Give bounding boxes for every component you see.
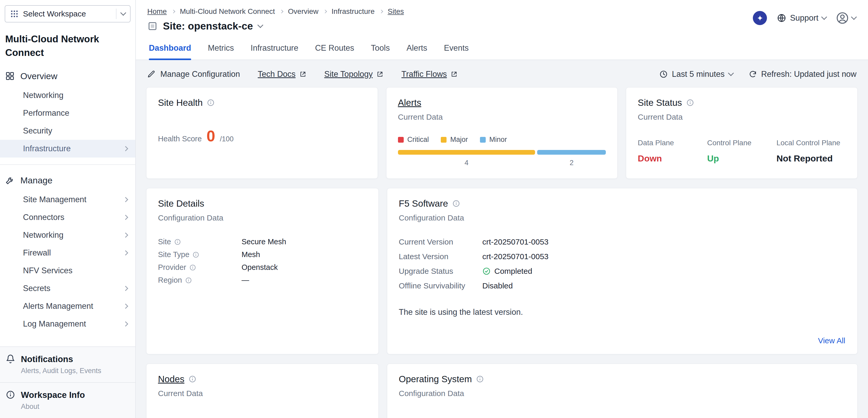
workspace-selector[interactable]: Select Workspace [5,5,130,23]
operating-system-card: Operating System Configuration Data [387,364,858,418]
traffic-flows-link[interactable]: Traffic Flows [401,69,458,79]
status-data-plane: Data Plane Down [638,139,707,163]
chevron-down-icon [821,14,827,20]
detail-row-region: Region — [158,276,367,285]
info-icon[interactable] [207,99,215,107]
legend-critical: Critical [398,136,429,144]
info-icon[interactable] [189,264,196,271]
time-range-select[interactable]: Last 5 minutes [659,69,733,79]
chevron-down-icon [728,70,734,76]
assistant-button[interactable]: ✦ [753,11,767,25]
notifications-label: Notifications [21,354,101,364]
alerts-legend: Critical Major Minor [398,136,606,144]
tab-alerts[interactable]: Alerts [407,43,427,60]
status-control-plane: Control Plane Up [707,139,777,163]
chevron-down-icon [116,9,125,19]
sidebar-item-log-management[interactable]: Log Management [0,315,135,333]
nodes-card: Nodes Current Data [146,364,379,418]
sidebar-item-networking-manage[interactable]: Networking [0,226,135,244]
sidebar-workspace-info[interactable]: Workspace Info About [0,382,135,418]
info-icon[interactable] [185,277,192,284]
breadcrumb-mcn[interactable]: Multi-Cloud Network Connect [180,7,275,16]
site-topology-link[interactable]: Site Topology [324,69,384,79]
health-score-value: 0 [207,128,215,144]
breadcrumb-separator-icon [172,10,175,13]
cards-row-1: Site Health Health Score 0 /100 Alerts C… [146,87,858,179]
workspace-info-description: About [21,402,85,411]
alerts-bar-major[interactable] [398,150,535,155]
chevron-right-icon [123,215,128,220]
clock-icon [659,70,668,78]
f5-row-latest-version: Latest Version crt-20250701-0053 [399,252,846,261]
sidebar-title: Multi-Cloud Network Connect [0,25,135,62]
tech-docs-link[interactable]: Tech Docs [258,69,307,79]
view-all-link[interactable]: View All [818,336,845,345]
f5-software-note: The site is using the latest version. [399,307,846,317]
tab-events[interactable]: Events [444,43,469,60]
status-value-not-reported: Not Reported [776,153,846,163]
sidebar-item-infrastructure[interactable]: Infrastructure [0,140,135,157]
info-icon[interactable] [686,99,694,107]
sidebar-item-secrets[interactable]: Secrets [0,279,135,297]
sidebar-item-nfv-services[interactable]: NFV Services [0,262,135,279]
site-status-card: Site Status Current Data Data Plane Down… [626,87,858,179]
sidebar-item-performance[interactable]: Performance [0,104,135,122]
tab-infrastructure[interactable]: Infrastructure [251,43,299,60]
sidebar-item-site-management[interactable]: Site Management [0,191,135,208]
tab-tools[interactable]: Tools [371,43,390,60]
status-value-up: Up [707,153,777,163]
alerts-bar-minor[interactable] [537,150,606,155]
check-circle-icon [482,267,491,275]
alerts-count-major: 4 [398,159,535,167]
tab-bar: Dashboard Metrics Infrastructure CE Rout… [147,43,857,60]
sidebar-section-manage[interactable]: Manage [0,166,135,191]
info-icon[interactable] [452,200,460,207]
sparkle-icon: ✦ [757,13,763,23]
sidebar-item-connectors[interactable]: Connectors [0,208,135,226]
site-details-title: Site Details [158,198,367,209]
site-status-title: Site Status [638,97,846,108]
f5-row-current-version: Current Version crt-20250701-0053 [399,237,846,246]
detail-row-site-type: Site Type Mesh [158,250,367,259]
info-icon [6,390,15,399]
site-icon [147,21,158,31]
external-link-icon [299,70,307,78]
site-details-subtitle: Configuration Data [158,213,367,222]
breadcrumb-sites[interactable]: Sites [388,7,404,16]
manage-configuration-button[interactable]: Manage Configuration [147,69,240,79]
tab-dashboard[interactable]: Dashboard [149,43,191,60]
page-title-row: Site: openstack-ce [147,20,857,32]
refresh-button[interactable]: Refresh: Updated just now [749,69,857,79]
breadcrumb-overview[interactable]: Overview [288,7,318,16]
info-icon[interactable] [189,375,196,383]
sidebar-section-overview[interactable]: Overview [0,62,135,87]
sidebar-item-alerts-management[interactable]: Alerts Management [0,297,135,315]
sidebar-notifications[interactable]: Notifications Alerts, Audit Logs, Events [0,347,135,382]
breadcrumb-separator-icon [280,10,283,13]
tab-metrics[interactable]: Metrics [208,43,234,60]
tab-ce-routes[interactable]: CE Routes [315,43,354,60]
sidebar-item-firewall[interactable]: Firewall [0,244,135,262]
info-icon[interactable] [192,251,199,258]
account-menu[interactable] [836,12,856,24]
breadcrumb-infrastructure[interactable]: Infrastructure [332,7,375,16]
sidebar-divider [0,164,135,165]
critical-swatch [398,137,404,143]
chevron-right-icon [123,197,128,202]
chevron-down-icon[interactable] [257,22,263,28]
cards-row-3: Nodes Current Data Operating System Conf… [146,364,858,418]
breadcrumb-home[interactable]: Home [147,7,167,16]
alerts-subtitle: Current Data [398,113,606,121]
site-details-rows: Site Secure Mesh Site Type Mesh Provider… [158,237,367,285]
info-icon[interactable] [476,375,484,383]
chevron-right-icon [123,286,128,291]
sidebar-item-security[interactable]: Security [0,122,135,140]
health-score-max: /100 [220,135,234,143]
sidebar-item-networking[interactable]: Networking [0,87,135,104]
health-score-row: Health Score 0 /100 [158,128,366,144]
cards-row-2: Site Details Configuration Data Site Sec… [146,188,858,354]
operating-system-title: Operating System [399,374,846,384]
detail-row-site: Site Secure Mesh [158,237,367,246]
support-menu[interactable]: Support [777,13,826,23]
info-icon[interactable] [174,239,181,245]
